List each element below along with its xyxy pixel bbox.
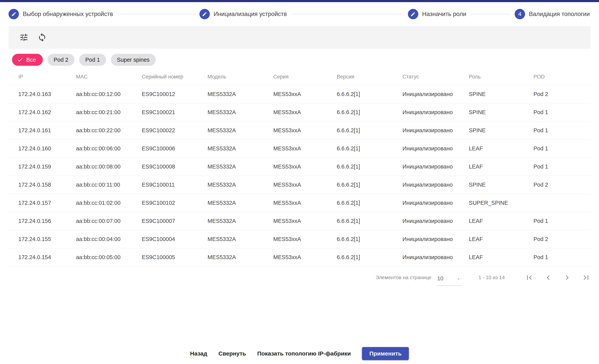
cell-ip: 172.24.0.163 (9, 85, 76, 103)
cell-serial: ES9C100011 (142, 176, 208, 194)
cell-role: LEAF (469, 230, 534, 248)
previous-page-icon[interactable] (544, 273, 553, 282)
cell-role: LEAF (469, 212, 534, 230)
table-row[interactable]: 172.24.0.163 aa:bb:cc:00:12:00 ES9C10001… (9, 85, 590, 103)
cell-status: Инициализировано (403, 194, 469, 212)
step-select-devices[interactable]: Выбор обнаруженных устройств (9, 9, 113, 19)
chip-pod-1[interactable]: Pod 1 (79, 54, 106, 66)
table-row[interactable]: 172.24.0.155 aa:bb:cc:00:04:00 ES9C10000… (9, 230, 590, 248)
cell-model: MES5332A (208, 158, 273, 176)
table-row[interactable]: 172.24.0.157 aa:bb:cc:01:02:00 ES9C10010… (9, 194, 590, 212)
cell-series: MES53xxA (273, 194, 337, 212)
cell-ip: 172.24.0.157 (9, 194, 76, 212)
cell-mac: aa:bb:cc:01:02:00 (76, 194, 142, 212)
apply-button[interactable]: Применить (362, 347, 409, 360)
cell-role: LEAF (469, 139, 534, 158)
chip-label: Super spines (117, 57, 150, 63)
step-init-devices[interactable]: Инициализация устройств (199, 9, 287, 19)
step-label: Валидация топологии (529, 11, 590, 17)
cell-pod: Pod 1 (533, 212, 590, 230)
cell-series: MES53xxA (273, 139, 337, 158)
cell-ip: 172.24.0.155 (9, 230, 76, 248)
column-mac: MAC (76, 69, 142, 85)
table-row[interactable]: 172.24.0.161 aa:bb:cc:00:22:00 ES9C10002… (9, 121, 590, 139)
cell-mac: aa:bb:cc:00:11:00 (76, 176, 142, 194)
chip-label: Все (26, 57, 36, 63)
cell-version: 6.6.6.2[1] (337, 248, 403, 266)
cell-serial: ES9C100022 (142, 121, 208, 139)
cell-serial: ES9C100012 (142, 85, 208, 103)
cell-model: MES5332A (208, 121, 273, 139)
cell-status: Инициализировано (403, 121, 469, 139)
cell-role: SPINE (469, 85, 534, 103)
cell-serial: ES9C100004 (142, 230, 208, 248)
collapse-button[interactable]: Свернуть (219, 350, 246, 357)
table-row[interactable]: 172.24.0.159 aa:bb:cc:00:08:00 ES9C10000… (9, 158, 590, 176)
cell-status: Инициализировано (403, 248, 469, 266)
cell-version: 6.6.6.2[1] (337, 139, 403, 158)
column-version: Версия (337, 69, 403, 85)
column-role: Роль (469, 69, 534, 85)
items-per-page-label: Элементов на странице (376, 275, 432, 280)
cell-version: 6.6.6.2[1] (337, 230, 403, 248)
cell-model: MES5332A (208, 230, 273, 248)
cell-series: MES53xxA (273, 85, 337, 103)
cell-version: 6.6.6.2[1] (337, 85, 403, 103)
cell-mac: aa:bb:cc:00:06:00 (76, 139, 142, 158)
cell-role: SPINE (469, 103, 534, 121)
cell-model: MES5332A (208, 85, 273, 103)
back-button[interactable]: Назад (190, 350, 207, 357)
cell-role: SPINE (469, 176, 534, 194)
cell-ip: 172.24.0.161 (9, 121, 76, 139)
cell-version: 6.6.6.2[1] (337, 158, 403, 176)
table-row[interactable]: 172.24.0.162 aa:bb:cc:00:21:00 ES9C10002… (9, 103, 590, 121)
cell-serial: ES9C100008 (142, 158, 208, 176)
cell-serial: ES9C100007 (142, 212, 208, 230)
filter-chips: Все Pod 2 Pod 1 Super spines (12, 54, 590, 66)
cell-status: Инициализировано (403, 158, 469, 176)
items-per-page-select[interactable]: 10 (436, 274, 462, 286)
wizard-stepper: Выбор обнаруженных устройств Инициализац… (0, 2, 599, 26)
table-row[interactable]: 172.24.0.156 aa:bb:cc:00:07:00 ES9C10000… (9, 212, 590, 230)
cell-series: MES53xxA (273, 176, 337, 194)
table-row[interactable]: 172.24.0.160 aa:bb:cc:00:06:00 ES9C10000… (9, 139, 590, 158)
cell-series: MES53xxA (273, 212, 337, 230)
column-status: Статус (403, 69, 469, 85)
step-label: Инициализация устройств (214, 11, 287, 17)
cell-model: MES5332A (208, 212, 273, 230)
pagination-bar: Элементов на странице 10 1 - 10 из 14 (9, 266, 590, 289)
column-model: Модель (208, 69, 273, 85)
next-page-icon[interactable] (563, 273, 572, 282)
table-header-row: IP MAC Серийный номер Модель Серия Верси… (9, 69, 590, 85)
cell-serial: ES9C100006 (142, 139, 208, 158)
filter-settings-icon[interactable] (19, 33, 29, 42)
cell-role: SUPER_SPINE (469, 194, 534, 212)
cell-ip: 172.24.0.154 (9, 248, 76, 266)
edit-icon (408, 9, 418, 19)
table-row[interactable]: 172.24.0.158 aa:bb:cc:00:11:00 ES9C10001… (9, 176, 590, 194)
cell-ip: 172.24.0.159 (9, 158, 76, 176)
items-per-page-value: 10 (437, 275, 443, 282)
show-topology-button[interactable]: Показать топологию IP-фабрики (257, 350, 351, 357)
step-assign-roles[interactable]: Назначить роли (408, 9, 466, 19)
cell-pod: Pod 2 (533, 176, 590, 194)
edit-icon (199, 9, 210, 19)
step-validate-topology[interactable]: 4 Валидация топологии (515, 9, 590, 19)
table-row[interactable]: 172.24.0.154 aa:bb:cc:00:05:00 ES9C10000… (9, 248, 590, 266)
refresh-icon[interactable] (37, 33, 47, 42)
chip-pod-2[interactable]: Pod 2 (47, 54, 75, 66)
last-page-icon[interactable] (582, 273, 590, 282)
cell-pod (533, 194, 590, 212)
first-page-icon[interactable] (525, 273, 534, 282)
cell-role: LEAF (469, 158, 534, 176)
chip-super-spines[interactable]: Super spines (111, 54, 156, 66)
cell-pod: Pod 1 (533, 121, 590, 139)
step-label: Назначить роли (422, 11, 466, 17)
cell-pod: Pod 2 (533, 85, 590, 103)
chip-all[interactable]: Все (12, 54, 43, 66)
cell-version: 6.6.6.2[1] (337, 176, 403, 194)
chevron-down-icon (457, 275, 461, 282)
cell-version: 6.6.6.2[1] (337, 194, 403, 212)
step-connector (117, 14, 195, 14)
check-icon (17, 57, 23, 63)
